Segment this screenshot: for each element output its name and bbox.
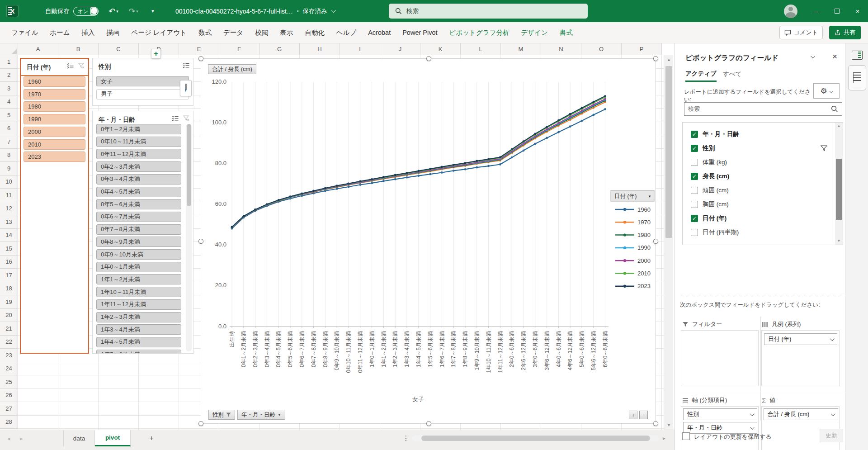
horizontal-scroll-thumb[interactable] — [421, 436, 650, 441]
field-list-scroll-thumb[interactable] — [836, 159, 842, 220]
row-header-4[interactable]: 4 — [0, 95, 18, 109]
quick-access-chevron-icon[interactable]: ▾ — [146, 0, 159, 22]
row-header-26[interactable]: 26 — [0, 389, 18, 403]
ribbon-tab-Power Pivot[interactable]: Power Pivot — [396, 22, 443, 43]
ribbon-tab-ヘルプ[interactable]: ヘルプ — [330, 22, 363, 43]
selection-handle[interactable] — [426, 421, 431, 426]
search-input[interactable]: 検索 — [389, 4, 588, 19]
tab-active[interactable]: アクティブ — [685, 70, 717, 78]
slicer-item-0年11～12月未満[interactable]: 0年11～12月未満 — [96, 149, 181, 159]
slicer-item-1年11～12月未満[interactable]: 1年11～12月未満 — [96, 299, 181, 310]
ribbon-tab-自動化[interactable]: 自動化 — [299, 22, 330, 43]
ribbon-tab-表示[interactable]: 表示 — [274, 22, 299, 43]
slicer-item-0年6～7月未満[interactable]: 0年6～7月未満 — [96, 212, 181, 222]
row-header-12[interactable]: 12 — [0, 202, 18, 216]
slicer-item-2000[interactable]: 2000 — [24, 127, 85, 137]
field-checkbox-頭囲 (cm)[interactable] — [691, 187, 698, 194]
clear-filter-icon[interactable] — [183, 115, 189, 121]
sheet-tab-data[interactable]: data — [63, 430, 95, 446]
chart-collapse-button[interactable]: − — [639, 411, 648, 419]
share-button[interactable]: 共有 — [829, 26, 861, 39]
slicer-item-1990[interactable]: 1990 — [24, 114, 85, 124]
pivot-chart[interactable]: 0.020.040.060.080.0100.0120.0出生時0年1～2月未満… — [201, 58, 656, 424]
ribbon-tab-データ[interactable]: データ — [217, 22, 249, 43]
row-header-6[interactable]: 6 — [0, 122, 18, 136]
values-dropzone[interactable]: 合計 / 身長 (cm) — [761, 406, 840, 450]
ribbon-tab-挿入[interactable]: 挿入 — [76, 22, 101, 43]
slicer-item-2023[interactable]: 2023 — [24, 152, 85, 162]
column-header-I[interactable]: I — [340, 43, 380, 55]
chart-value-field-button[interactable]: 合計 / 身長 (cm) — [208, 64, 256, 74]
legend-dropzone[interactable]: 日付 (年) — [761, 330, 840, 386]
row-header-22[interactable]: 22 — [0, 336, 18, 349]
row-header-15[interactable]: 15 — [0, 242, 18, 256]
row-header-14[interactable]: 14 — [0, 229, 18, 242]
sheet-tab-pivot[interactable]: pivot — [95, 430, 131, 446]
slicer-item-1年4～5月未満[interactable]: 1年4～5月未満 — [96, 337, 181, 347]
slicer-item-1980[interactable]: 1980 — [24, 101, 85, 112]
axis-field-pill[interactable]: 年・月・日齢 — [683, 422, 757, 434]
selection-handle[interactable] — [653, 421, 658, 426]
brush-tool-button[interactable] — [180, 80, 192, 96]
scroll-up-icon[interactable]: ▲ — [835, 123, 843, 130]
column-header-H[interactable]: H — [300, 43, 340, 55]
save-icon[interactable] — [86, 0, 101, 22]
row-header-16[interactable]: 16 — [0, 256, 18, 269]
column-header-N[interactable]: N — [541, 43, 581, 55]
column-header-M[interactable]: M — [501, 43, 541, 55]
slicer-item-1年2～3月未満[interactable]: 1年2～3月未満 — [96, 312, 181, 322]
document-title[interactable]: 00100-cfa-00450272-hyo4-5-6-7-full-list…… — [175, 0, 335, 22]
slicer-item-1年0～1月未満[interactable]: 1年0～1月未満 — [96, 262, 181, 272]
row-header-1[interactable]: 1 — [0, 55, 18, 69]
update-button[interactable]: 更新 — [820, 429, 843, 442]
slicer-item-1960[interactable]: 1960 — [24, 76, 85, 87]
row-header-24[interactable]: 24 — [0, 362, 18, 376]
field-row-頭囲 (cm)[interactable]: 頭囲 (cm) — [683, 183, 832, 197]
more-options-icon[interactable]: ⋮ — [401, 430, 410, 446]
field-row-身長 (cm)[interactable]: ✓身長 (cm) — [683, 169, 832, 183]
slicer-date-year[interactable]: 日付 (年) 1960197019801990200020102023 — [20, 58, 89, 354]
close-button[interactable]: × — [847, 0, 868, 22]
field-checkbox-性別[interactable]: ✓ — [691, 145, 698, 152]
row-header-8[interactable]: 8 — [0, 149, 18, 162]
scroll-up-icon[interactable]: ▲ — [664, 55, 674, 64]
defer-layout-checkbox[interactable] — [682, 432, 690, 440]
slicer-item-0年5～6月未満[interactable]: 0年5～6月未満 — [96, 199, 181, 209]
field-checkbox-胸囲 (cm)[interactable] — [691, 201, 698, 208]
field-list-scrollbar[interactable]: ▲ ▼ — [835, 123, 843, 245]
minimize-button[interactable]: — — [806, 0, 826, 22]
field-row-日付 (四半期)[interactable]: 日付 (四半期) — [683, 225, 832, 239]
tools-button[interactable]: ⚙ — [813, 83, 840, 99]
row-header-23[interactable]: 23 — [0, 349, 18, 362]
row-header-5[interactable]: 5 — [0, 109, 18, 122]
slicer-item-女子[interactable]: 女子 — [96, 76, 189, 86]
row-header-2[interactable]: 2 — [0, 69, 18, 82]
row-header-21[interactable]: 21 — [0, 322, 18, 336]
comments-button[interactable]: コメント — [779, 26, 823, 39]
slicer-item-0年1～2月未満[interactable]: 0年1～2月未満 — [96, 124, 181, 134]
field-row-体重 (kg)[interactable]: 体重 (kg) — [683, 155, 832, 169]
row-header-27[interactable]: 27 — [0, 402, 18, 416]
row-header-13[interactable]: 13 — [0, 215, 18, 229]
field-list-panel-button[interactable] — [848, 65, 866, 90]
redo-button[interactable]: ↷▾ — [125, 0, 142, 22]
sidebar-panel-icon[interactable] — [852, 51, 863, 60]
field-checkbox-身長 (cm)[interactable]: ✓ — [691, 173, 698, 180]
insert-plus-button[interactable]: + — [151, 49, 161, 59]
tab-all[interactable]: すべて — [723, 70, 741, 78]
row-header-25[interactable]: 25 — [0, 375, 18, 389]
pane-close-icon[interactable]: × — [832, 52, 837, 62]
column-header-P[interactable]: P — [622, 43, 662, 55]
sheet-nav-right-icon[interactable]: ▸ — [20, 430, 23, 446]
column-header-O[interactable]: O — [581, 43, 622, 55]
ribbon-tab-Acrobat[interactable]: Acrobat — [362, 22, 396, 43]
row-header-19[interactable]: 19 — [0, 295, 18, 309]
add-sheet-button[interactable]: + — [145, 430, 158, 446]
slicer-item-1年3～4月未満[interactable]: 1年3～4月未満 — [96, 324, 181, 335]
chart-expand-button[interactable]: + — [629, 411, 637, 419]
maximize-button[interactable] — [826, 0, 847, 22]
slicer-age[interactable]: 年・月・日齢 0年1～2月未満0年10～11月未満0年11～12月未満0年2～3… — [92, 111, 193, 354]
scroll-right-icon[interactable]: ▸ — [663, 430, 665, 446]
ribbon-tab-書式[interactable]: 書式 — [554, 22, 579, 43]
ribbon-tab-描画[interactable]: 描画 — [101, 22, 126, 43]
